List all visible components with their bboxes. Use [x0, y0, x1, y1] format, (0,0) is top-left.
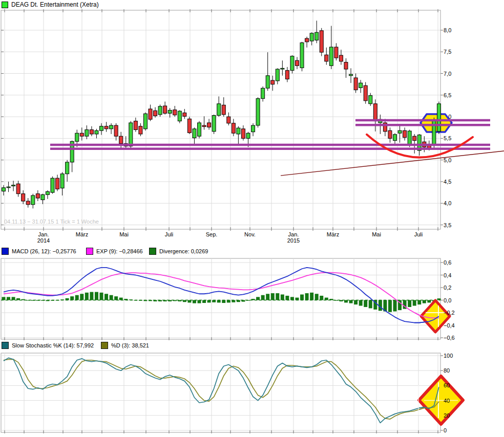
y-axis-label: −0,2 [444, 310, 455, 316]
candle-body [149, 109, 152, 119]
histogram-bar [417, 300, 421, 305]
candle-body [56, 178, 59, 189]
candle-body [90, 129, 93, 134]
y-axis-label: 3,5 [444, 222, 451, 228]
candle-body [129, 123, 133, 146]
candle-body [237, 128, 240, 134]
histogram-bar [320, 296, 323, 300]
histogram-bar [359, 300, 363, 306]
x-axis-label: Jan. [38, 231, 49, 237]
legend-color-swatch [2, 248, 9, 255]
histogram-bar [261, 295, 265, 300]
histogram-bar [310, 293, 313, 300]
histogram-bar [217, 300, 221, 303]
histogram-bar [369, 300, 372, 309]
histogram-bar [364, 300, 367, 307]
histogram-bar [60, 299, 64, 300]
histogram-bar [56, 300, 59, 301]
candle-body [212, 116, 216, 132]
x-axis-label: Mai [372, 231, 381, 237]
x-axis-year-label: 2015 [287, 237, 300, 244]
plot-border [1, 353, 440, 432]
chart-header: DEAG Dt. Entertainment (Xetra) [0, 0, 99, 9]
histogram-bar [26, 300, 30, 301]
histogram-bar [70, 296, 74, 300]
legend-color-swatch [101, 342, 108, 349]
candle-body [7, 187, 10, 188]
x-axis-label: Nov. [244, 231, 256, 237]
candle-body [388, 130, 392, 138]
candle-body [198, 123, 201, 136]
x-axis-label: Jan. [288, 231, 299, 237]
candle-body [344, 62, 348, 70]
candle-body [339, 55, 343, 61]
candle-body [359, 83, 363, 88]
y-axis-label: 0,6 [444, 259, 451, 266]
candle-body [193, 129, 196, 138]
candle-body [60, 174, 64, 188]
histogram-bar [413, 300, 416, 306]
candle-body [369, 96, 372, 104]
histogram-bar [134, 300, 137, 301]
candle-body [354, 78, 358, 90]
candle-body [432, 120, 436, 145]
candle-body [187, 119, 191, 133]
candle-body [16, 184, 20, 193]
y-axis-label: −0,4 [444, 322, 455, 329]
candle-body [143, 114, 147, 129]
candle-body [217, 104, 221, 116]
legend-color-swatch [149, 248, 156, 255]
candle-body [232, 123, 235, 133]
candle-body [22, 194, 25, 201]
candle-body [241, 129, 245, 139]
histogram-bar [339, 300, 343, 301]
candle-body [373, 104, 377, 121]
legend-label: Divergence: 0,0269 [159, 248, 208, 254]
histogram-bar [163, 300, 167, 301]
candle-body [413, 136, 416, 140]
histogram-bar [51, 300, 54, 301]
histogram-bar [251, 299, 255, 300]
candle-body [437, 104, 440, 132]
candle-body [66, 162, 69, 174]
histogram-bar [119, 298, 123, 300]
y-axis-label: 5,0 [444, 157, 451, 163]
histogram-bar [46, 300, 49, 301]
legend-item: MACD (26, 12): −0,25776 [2, 248, 76, 255]
histogram-bar [202, 300, 206, 303]
exp-signal-line [4, 273, 439, 318]
x-axis-label: Juli [414, 231, 423, 237]
y-axis-label: 0 [444, 427, 447, 433]
histogram-bar [300, 294, 304, 300]
chart-title: DEAG Dt. Entertainment (Xetra) [11, 1, 99, 8]
histogram-bar [75, 295, 79, 300]
price-chart: 8,07,57,06,56,05,55,04,54,03,504.11.13 −… [0, 8, 504, 248]
y-axis-label: 4,5 [444, 179, 451, 185]
y-axis-label: 100 [444, 353, 453, 359]
histogram-bar [110, 295, 113, 300]
candle-body [178, 111, 181, 121]
y-axis-label: 4,0 [444, 200, 451, 206]
candle-body [305, 38, 309, 42]
candle-body [325, 55, 328, 61]
candle-body [329, 47, 333, 65]
histogram-bar [7, 297, 10, 300]
legend-label: EXP (9): −0,28466 [96, 248, 143, 254]
histogram-bar [393, 300, 397, 312]
percent-k-line [4, 358, 439, 423]
series-color-square [2, 2, 8, 8]
candle-body [158, 106, 162, 115]
histogram-bar [344, 300, 348, 303]
histogram-bar [290, 297, 294, 300]
candle-body [281, 68, 284, 69]
histogram-bar [271, 293, 275, 300]
histogram-bar [187, 300, 191, 303]
candle-body [139, 126, 142, 134]
legend-color-swatch [86, 248, 93, 255]
histogram-bar [256, 297, 260, 300]
candle-body [271, 80, 275, 84]
candle-body [266, 76, 269, 89]
histogram-bar [129, 299, 133, 300]
legend-color-swatch [2, 342, 9, 349]
candle-body [246, 133, 250, 138]
